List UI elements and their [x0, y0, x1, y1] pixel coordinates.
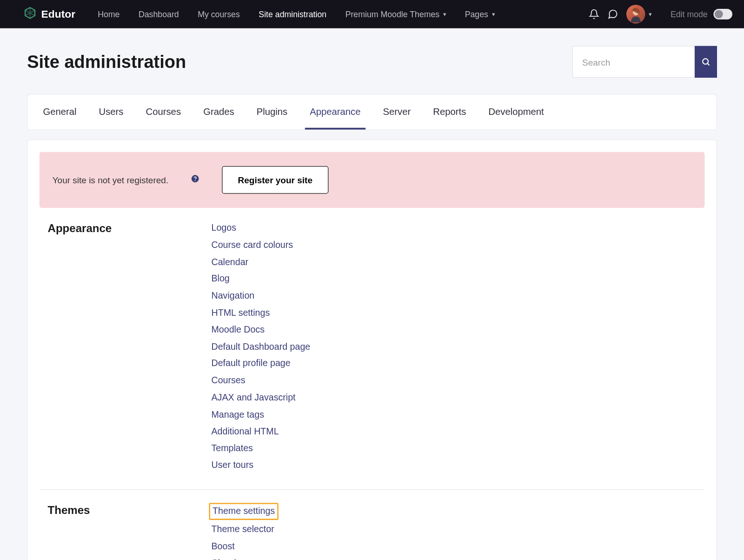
link-ajax-js[interactable]: AJAX and Javascript [211, 390, 295, 405]
tab-courses[interactable]: Courses [141, 95, 186, 130]
section-appearance: Appearance Logos Course card colours Cal… [40, 208, 705, 489]
nav-dashboard[interactable]: Dashboard [130, 5, 187, 24]
link-theme-settings[interactable]: Theme settings [209, 503, 278, 520]
nav-site-administration[interactable]: Site administration [251, 5, 335, 24]
tab-plugins[interactable]: Plugins [252, 95, 292, 130]
nav-premium-themes[interactable]: Premium Moodle Themes ▾ [337, 5, 454, 24]
notifications-icon[interactable] [589, 9, 599, 20]
link-default-profile[interactable]: Default profile page [211, 356, 290, 371]
tab-general[interactable]: General [38, 95, 81, 130]
section-title-appearance: Appearance [48, 221, 212, 473]
tab-appearance[interactable]: Appearance [305, 95, 365, 130]
main-content-card: Your site is not yet registered. Registe… [27, 140, 717, 560]
chevron-down-icon: ▾ [492, 11, 495, 17]
link-theme-selector[interactable]: Theme selector [211, 522, 274, 537]
search-input[interactable] [572, 46, 695, 78]
link-logos[interactable]: Logos [211, 221, 236, 235]
alert-text: Your site is not yet registered. [53, 175, 168, 185]
nav-pages[interactable]: Pages ▾ [457, 5, 503, 24]
brand-logo-icon [24, 7, 37, 22]
link-user-tours[interactable]: User tours [211, 458, 253, 473]
link-courses[interactable]: Courses [211, 373, 245, 388]
link-html-settings[interactable]: HTML settings [211, 306, 270, 320]
link-navigation[interactable]: Navigation [211, 289, 254, 303]
messages-icon[interactable] [607, 9, 618, 20]
page-title: Site administration [27, 52, 186, 72]
tab-server[interactable]: Server [378, 95, 415, 130]
edit-mode-toggle[interactable] [713, 9, 732, 20]
svg-point-4 [195, 180, 196, 181]
nav-home[interactable]: Home [89, 5, 128, 24]
edit-mode-label: Edit mode [671, 9, 708, 19]
edit-mode-toggle-wrap: Edit mode [671, 9, 732, 20]
primary-nav-links: Home Dashboard My courses Site administr… [89, 5, 503, 24]
user-menu[interactable]: ▾ [626, 5, 651, 24]
link-blog[interactable]: Blog [211, 272, 229, 286]
section-title-themes: Themes [48, 503, 212, 560]
tab-reports[interactable]: Reports [428, 95, 471, 130]
section-themes: Themes Theme settings Theme selector Boo… [40, 489, 705, 560]
link-additional-html[interactable]: Additional HTML [211, 424, 279, 439]
chevron-down-icon: ▾ [649, 11, 651, 17]
link-default-dashboard[interactable]: Default Dashboard page [211, 340, 310, 354]
search-button[interactable] [695, 46, 717, 78]
top-nav: Edutor Home Dashboard My courses Site ad… [0, 0, 744, 28]
brand[interactable]: Edutor [24, 7, 75, 22]
admin-tabs: General Users Courses Grades Plugins App… [38, 95, 706, 130]
register-site-button[interactable]: Register your site [222, 166, 328, 194]
link-course-card-colours[interactable]: Course card colours [211, 238, 293, 252]
link-manage-tags[interactable]: Manage tags [211, 407, 264, 422]
admin-tabs-card: General Users Courses Grades Plugins App… [27, 94, 717, 130]
registration-alert: Your site is not yet registered. Registe… [40, 152, 705, 208]
search-icon [701, 57, 711, 67]
chevron-down-icon: ▾ [443, 11, 446, 17]
help-icon[interactable] [191, 174, 199, 186]
tab-development[interactable]: Development [484, 95, 549, 130]
tab-users[interactable]: Users [94, 95, 128, 130]
brand-name: Edutor [41, 8, 75, 20]
search-form [572, 46, 717, 78]
link-calendar[interactable]: Calendar [211, 255, 248, 269]
link-boost[interactable]: Boost [211, 539, 234, 553]
avatar [626, 5, 645, 24]
link-moodle-docs[interactable]: Moodle Docs [211, 322, 265, 337]
link-classic[interactable]: Classic [211, 556, 240, 560]
svg-point-1 [703, 59, 708, 64]
svg-line-2 [707, 63, 709, 65]
tab-grades[interactable]: Grades [199, 95, 239, 130]
link-templates[interactable]: Templates [211, 441, 252, 456]
nav-my-courses[interactable]: My courses [189, 5, 248, 24]
